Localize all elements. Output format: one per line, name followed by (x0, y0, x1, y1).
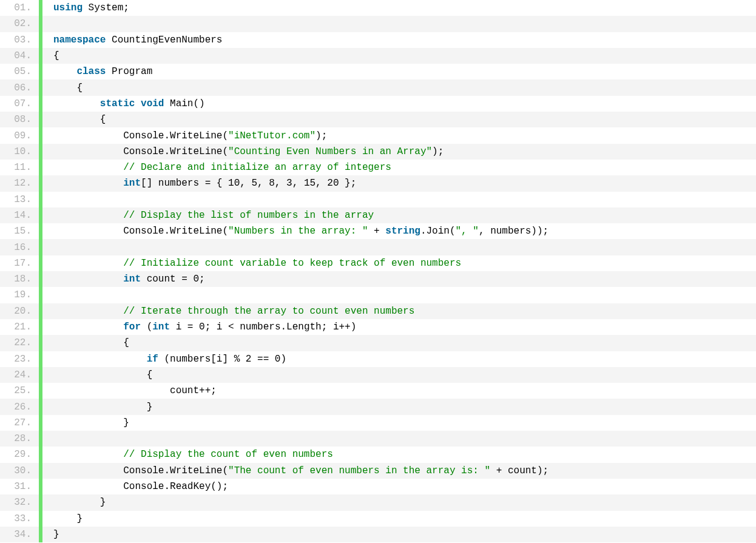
code-content[interactable]: Console.ReadKey(); (42, 481, 228, 492)
line-number: 05. (0, 66, 39, 77)
code-line: 19. (0, 287, 756, 303)
code-content[interactable]: { (42, 369, 152, 380)
token-plain (53, 194, 59, 205)
token-kw: class (76, 66, 106, 77)
code-content[interactable]: if (numbers[i] % 2 == 0) (42, 354, 286, 365)
code-content[interactable]: } (42, 513, 83, 524)
token-plain (53, 66, 76, 77)
code-line: 17. // Initialize count variable to keep… (0, 255, 756, 271)
token-plain: } (53, 497, 106, 508)
token-kw: int (152, 322, 170, 332)
code-content[interactable]: int[] numbers = { 10, 5, 8, 3, 15, 20 }; (42, 178, 356, 189)
line-number: 12. (0, 178, 39, 189)
token-plain: , numbers)); (479, 226, 548, 237)
code-line: 04.{ (0, 48, 756, 64)
token-plain: { (53, 337, 129, 348)
token-plain (53, 289, 59, 300)
code-content[interactable] (42, 289, 59, 300)
code-content[interactable]: // Display the list of numbers in the ar… (42, 210, 374, 221)
code-line: 24. { (0, 367, 756, 383)
code-content[interactable]: for (int i = 0; i < numbers.Length; i++) (42, 322, 356, 332)
token-plain: Console.WriteLine( (53, 130, 228, 141)
code-content[interactable]: Console.WriteLine("iNetTutor.com"); (42, 130, 327, 141)
line-number: 07. (0, 98, 39, 109)
code-line: 25. count++; (0, 383, 756, 399)
code-content[interactable]: { (42, 114, 106, 125)
code-content[interactable] (42, 194, 59, 205)
code-content[interactable]: // Iterate through the array to count ev… (42, 306, 414, 317)
code-content[interactable]: { (42, 50, 59, 61)
line-number: 18. (0, 274, 39, 285)
code-content[interactable]: Console.WriteLine("Counting Even Numbers… (42, 146, 444, 157)
line-number: 25. (0, 385, 39, 396)
line-number: 19. (0, 289, 39, 300)
code-content[interactable]: static void Main() (42, 98, 205, 109)
token-kw: if (147, 354, 158, 365)
token-plain (53, 210, 123, 221)
token-plain: i = 0; i < numbers.Length; i++) (170, 322, 356, 332)
token-plain: Console.WriteLine( (53, 465, 228, 476)
token-plain: count++; (53, 385, 217, 396)
code-content[interactable]: Console.WriteLine("Numbers in the array:… (42, 226, 548, 237)
token-plain: count = 0; (141, 274, 205, 285)
token-plain (53, 98, 100, 109)
token-plain: ( (141, 322, 152, 332)
code-editor: 01.using System;02. 03.namespace Countin… (0, 0, 756, 542)
code-content[interactable]: } (42, 402, 152, 413)
code-line: 07. static void Main() (0, 96, 756, 112)
code-line: 06. { (0, 79, 756, 95)
line-number: 17. (0, 258, 39, 269)
code-content[interactable]: Console.WriteLine("The count of even num… (42, 465, 548, 476)
code-content[interactable]: namespace CountingEvenNumbers (42, 35, 222, 46)
code-line: 26. } (0, 399, 756, 414)
code-line: 12. int[] numbers = { 10, 5, 8, 3, 15, 2… (0, 175, 756, 191)
code-line: 01.using System; (0, 0, 756, 16)
code-content[interactable]: } (42, 417, 129, 428)
token-plain (135, 98, 141, 109)
token-plain: { (53, 369, 152, 380)
code-content[interactable]: using System; (42, 2, 129, 13)
token-kw: for (123, 322, 141, 332)
code-line: 33. } (0, 511, 756, 527)
line-number: 15. (0, 226, 39, 237)
token-plain (53, 242, 59, 253)
token-kw: using (53, 2, 83, 13)
code-content[interactable]: class Program (42, 66, 152, 77)
token-str: "iNetTutor.com" (228, 130, 316, 141)
code-content[interactable]: // Display the count of even numbers (42, 449, 333, 460)
code-line: 16. (0, 239, 756, 255)
code-line: 02. (0, 16, 756, 32)
code-line: 13. (0, 192, 756, 207)
code-content[interactable]: // Declare and initialize an array of in… (42, 162, 391, 173)
line-number: 09. (0, 130, 39, 141)
code-content[interactable] (42, 242, 59, 253)
token-plain: } (53, 529, 59, 540)
token-plain: + (368, 226, 385, 237)
token-plain: ); (316, 130, 327, 141)
code-content[interactable]: count++; (42, 385, 217, 396)
code-content[interactable] (42, 18, 59, 29)
token-plain (53, 322, 123, 332)
code-content[interactable] (42, 433, 59, 444)
token-plain (53, 274, 123, 285)
line-number: 06. (0, 83, 39, 93)
token-plain: } (53, 402, 152, 413)
code-line: 27. } (0, 415, 756, 431)
code-content[interactable]: { (42, 337, 129, 348)
token-kw: void (141, 98, 164, 109)
token-plain (53, 306, 123, 317)
code-line: 28. (0, 431, 756, 447)
code-content[interactable]: // Initialize count variable to keep tra… (42, 258, 461, 269)
code-content[interactable]: int count = 0; (42, 274, 205, 285)
code-line: 31. Console.ReadKey(); (0, 479, 756, 494)
token-str: ", " (456, 226, 479, 237)
token-plain: { (53, 83, 83, 93)
code-content[interactable]: { (42, 83, 83, 93)
code-content[interactable]: } (42, 529, 59, 540)
token-comment: // Display the list of numbers in the ar… (123, 210, 374, 221)
line-number: 13. (0, 194, 39, 205)
code-line: 05. class Program (0, 64, 756, 79)
code-content[interactable]: } (42, 497, 106, 508)
line-number: 01. (0, 2, 39, 13)
line-number: 26. (0, 402, 39, 413)
